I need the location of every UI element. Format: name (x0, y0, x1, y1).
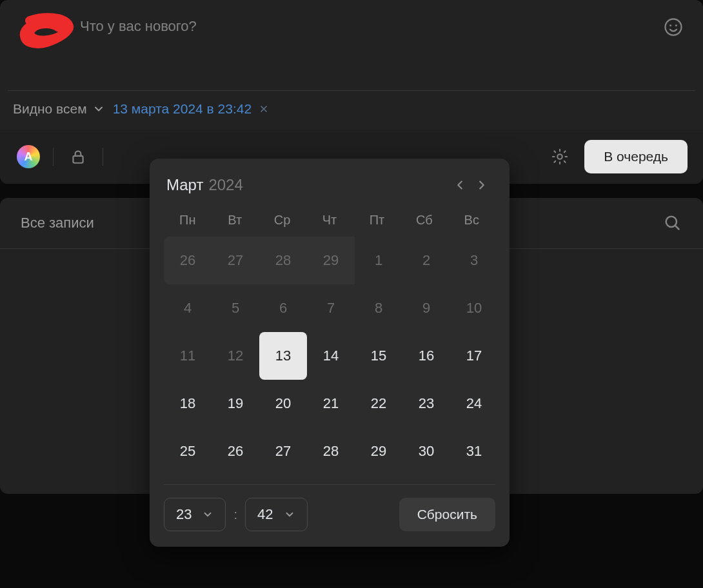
day-cell[interactable]: 21 (307, 380, 355, 427)
gradient-a-icon: A (17, 145, 40, 168)
day-cell[interactable]: 14 (307, 332, 355, 380)
day-cell[interactable]: 22 (355, 380, 402, 427)
day-cell[interactable]: 28 (307, 427, 355, 475)
dow-label: Ср (274, 206, 291, 237)
svg-point-2 (675, 24, 677, 26)
chevron-down-icon (92, 103, 105, 115)
post-composer: Что у вас нового? Видно всем 13 марта 20… (0, 0, 703, 184)
svg-point-1 (669, 24, 671, 26)
chevron-down-icon (202, 509, 213, 520)
day-cell: 2 (402, 237, 450, 284)
visibility-dropdown[interactable]: Видно всем (13, 101, 105, 117)
hour-value: 23 (176, 506, 192, 523)
emoji-icon[interactable] (662, 15, 685, 39)
reset-button[interactable]: Сбросить (399, 498, 495, 531)
day-cell: 8 (355, 284, 402, 332)
tab-all-posts[interactable]: Все записи (21, 215, 94, 231)
close-icon[interactable] (258, 103, 270, 115)
separator (103, 148, 103, 166)
day-cell[interactable]: 29 (355, 427, 402, 475)
day-cell: 4 (164, 284, 212, 332)
dow-label: Чт (322, 206, 337, 237)
day-cell[interactable]: 30 (402, 427, 450, 475)
avatar-redacted (18, 13, 76, 52)
day-cell[interactable]: 26 (212, 427, 259, 475)
datepicker-footer: 23 : 42 Сбросить (164, 484, 495, 531)
composer-placeholder[interactable]: Что у вас нового? (80, 18, 662, 35)
prev-month-button[interactable] (449, 174, 471, 196)
scheduled-time-label: 13 марта 2024 в 23:42 (113, 101, 252, 117)
svg-rect-3 (73, 156, 83, 163)
day-cell[interactable]: 25 (164, 427, 212, 475)
day-cell: 12 (212, 332, 259, 380)
day-cell: 11 (164, 332, 212, 380)
dow-label: Пт (370, 206, 385, 237)
day-cell: 26 (164, 237, 212, 284)
day-cell[interactable]: 31 (450, 427, 498, 475)
day-cell: 3 (450, 237, 498, 284)
time-separator: : (233, 507, 237, 522)
datepicker-popover: Март 2024 ПнВтСрЧтПтСбВс 262728291234567… (150, 159, 510, 547)
hour-select[interactable]: 23 (164, 498, 226, 531)
day-cell: 1 (355, 237, 402, 284)
datepicker-days-grid: 2627282912345678910111213141516171819202… (164, 237, 495, 475)
chevron-down-icon (284, 509, 295, 520)
gear-icon[interactable] (547, 144, 573, 170)
dow-label: Вт (228, 206, 242, 237)
datepicker-dow-row: ПнВтСрЧтПтСбВс (164, 206, 495, 237)
day-cell: 28 (259, 237, 307, 284)
next-month-button[interactable] (471, 174, 493, 196)
day-cell[interactable]: 27 (259, 427, 307, 475)
day-cell[interactable]: 24 (450, 380, 498, 427)
visibility-label: Видно всем (13, 101, 87, 117)
search-icon[interactable] (663, 213, 682, 233)
queue-button[interactable]: В очередь (584, 140, 688, 173)
svg-point-0 (666, 19, 682, 35)
separator (53, 148, 54, 166)
dow-label: Сб (416, 206, 433, 237)
svg-point-4 (557, 154, 562, 159)
day-cell[interactable]: 19 (212, 380, 259, 427)
day-cell[interactable]: 20 (259, 380, 307, 427)
lock-icon[interactable] (65, 144, 91, 170)
datepicker-month: Март (166, 176, 203, 194)
dow-label: Пн (179, 206, 195, 237)
scheduled-time-chip[interactable]: 13 марта 2024 в 23:42 (113, 101, 270, 117)
day-cell: 7 (307, 284, 355, 332)
datepicker-year: 2024 (208, 176, 243, 194)
day-cell[interactable]: 23 (402, 380, 450, 427)
day-cell: 29 (307, 237, 355, 284)
day-cell[interactable]: 17 (450, 332, 498, 380)
day-cell[interactable]: 16 (402, 332, 450, 380)
day-cell-selected[interactable]: 13 (259, 332, 307, 380)
composer-input-row: Что у вас нового? (0, 0, 703, 90)
composer-meta-row: Видно всем 13 марта 2024 в 23:42 (0, 91, 703, 130)
minute-value: 42 (257, 506, 273, 523)
day-cell: 5 (212, 284, 259, 332)
text-style-button[interactable]: A (15, 144, 41, 170)
day-cell[interactable]: 18 (164, 380, 212, 427)
day-cell[interactable]: 15 (355, 332, 402, 380)
day-cell: 9 (402, 284, 450, 332)
day-cell: 6 (259, 284, 307, 332)
day-cell: 10 (450, 284, 498, 332)
datepicker-header: Март 2024 (164, 170, 495, 206)
svg-point-5 (666, 217, 677, 227)
day-cell: 27 (212, 237, 259, 284)
minute-select[interactable]: 42 (245, 498, 307, 531)
dow-label: Вс (464, 206, 479, 237)
